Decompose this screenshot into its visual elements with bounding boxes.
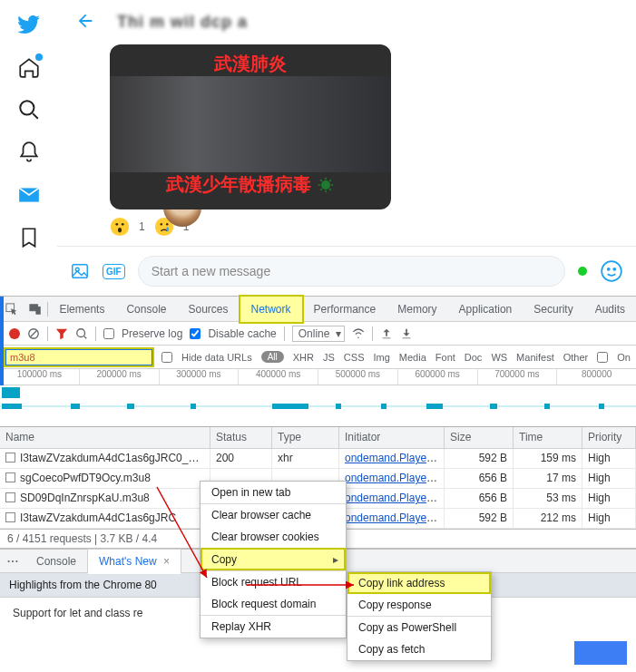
col-initiator[interactable]: Initiator [339,427,445,448]
ctx-replay-xhr[interactable]: Replay XHR [201,615,346,638]
only-checkbox[interactable] [597,352,608,363]
col-name[interactable]: Name [0,427,210,448]
ctx-open-new-tab[interactable]: Open in new tab [201,482,346,503]
tab-audits[interactable]: Audits [584,297,636,322]
ruler-tick: 600000 ms [397,369,477,385]
tab-application[interactable]: Application [448,297,523,322]
ctx-copy-link-address[interactable]: Copy link address [347,572,491,594]
col-type[interactable]: Type [272,427,339,448]
tab-memory[interactable]: Memory [386,297,447,322]
network-grid-header: Name Status Type Initiator Size Time Pri… [0,427,636,449]
filter-doc[interactable]: Doc [465,352,483,363]
filter-css[interactable]: CSS [344,352,365,363]
filter-ws[interactable]: WS [491,352,507,363]
svg-rect-17 [36,307,40,314]
filter-manifest[interactable]: Manifest [516,352,554,363]
disable-cache-label: Disable cache [208,327,276,340]
svg-point-0 [20,101,34,114]
presence-indicator [578,267,587,276]
clear-icon[interactable] [27,327,40,340]
gif-icon[interactable]: GIF [103,264,125,279]
ctx-clear-cookies[interactable]: Clear browser cookies [201,526,346,548]
svg-point-1 [321,180,330,190]
ruler-tick: 500000 ms [318,369,397,385]
tab-sources[interactable]: Sources [177,297,239,322]
filter-row: Hide data URLs All XHR JS CSS Img Media … [0,346,636,369]
tab-security[interactable]: Security [523,297,583,322]
conversation-header: Thi m wil dcp a [57,11,636,44]
close-icon[interactable]: × [163,555,170,568]
timeline-overview[interactable] [0,385,636,427]
drawer-tab-console[interactable]: Console [25,550,87,573]
filter-all[interactable]: All [261,351,284,363]
context-submenu: Copy link address Copy response Copy as … [347,571,492,661]
tab-elements[interactable]: Elements [48,297,115,322]
ctx-copy[interactable]: Copy [201,548,346,570]
image-icon[interactable] [70,261,90,281]
filter-js[interactable]: JS [323,352,335,363]
ruler-tick: 200000 ms [79,369,159,385]
video-caption-top: 武漢肺炎 [214,52,287,76]
emoji-picker-icon[interactable] [600,259,623,283]
disable-cache-checkbox[interactable] [190,328,201,339]
col-time[interactable]: Time [514,427,582,448]
ctx-copy-powershell[interactable]: Copy as PowerShell [347,616,491,638]
svg-point-22 [15,560,17,561]
ruler-tick: 400000 ms [238,369,318,385]
record-button[interactable] [9,328,20,339]
col-status[interactable]: Status [210,427,272,448]
drawer-tab-whatsnew[interactable]: What's New × [87,549,181,574]
svg-point-7 [160,223,161,225]
bell-icon[interactable] [17,141,41,167]
search-icon[interactable] [17,98,41,124]
home-icon[interactable] [17,55,41,82]
tab-console[interactable]: Console [115,297,177,322]
timeline-ruler[interactable]: 100000 ms 200000 ms 300000 ms 400000 ms … [0,369,636,385]
filter-icon[interactable] [55,327,68,340]
twitter-sidebar [0,0,57,296]
wifi-icon[interactable] [352,327,365,340]
ctx-copy-fetch[interactable]: Copy as fetch [347,638,491,660]
drawer-menu-icon[interactable] [0,555,25,568]
tab-performance[interactable]: Performance [303,297,387,322]
svg-point-12 [602,261,621,281]
drawer-action-button[interactable] [574,641,627,665]
download-icon[interactable] [400,327,413,340]
conversation-title: Thi m wil dcp a [117,13,248,32]
filter-media[interactable]: Media [399,352,426,363]
only-label: On [617,352,631,363]
filter-xhr[interactable]: XHR [293,352,314,363]
bookmark-icon[interactable] [17,226,41,252]
ruler-tick: 300000 ms [159,369,239,385]
svg-rect-10 [73,265,88,278]
filter-font[interactable]: Font [435,352,455,363]
network-request-row[interactable]: I3tawZVzakdumA4dC1as6gJRC0_m0n200xhronde… [0,449,636,469]
compose-input[interactable]: Start a new message [138,256,565,287]
messages-icon[interactable] [17,183,41,209]
throttling-dropdown[interactable]: Online [292,326,346,342]
search-icon[interactable] [75,327,88,340]
device-toggle-icon[interactable] [24,303,47,316]
surprised-emoji-icon[interactable] [110,217,130,237]
upload-icon[interactable] [380,327,393,340]
video-caption-bottom: 武漢少年散播病毒 [166,172,335,197]
twitter-logo-icon[interactable] [17,13,41,39]
svg-point-14 [613,268,615,270]
tab-network[interactable]: Network [240,296,303,323]
ctx-copy-response[interactable]: Copy response [347,594,491,616]
network-toolbar: Preserve log Disable cache Online [0,322,636,346]
col-size[interactable]: Size [445,427,514,448]
ctx-clear-cache[interactable]: Clear browser cache [201,503,346,526]
preserve-log-checkbox[interactable] [103,328,114,339]
ruler-tick: 800000 [556,369,636,385]
back-arrow-icon[interactable] [75,11,95,34]
ctx-block-domain[interactable]: Block request domain [201,593,346,615]
col-priority[interactable]: Priority [582,427,636,448]
filter-other[interactable]: Other [563,352,589,363]
filter-input[interactable] [5,349,152,365]
ctx-block-url[interactable]: Block request URL [201,570,346,593]
svg-point-2 [111,218,129,236]
hide-urls-checkbox[interactable] [161,352,172,363]
filter-img[interactable]: Img [373,352,389,363]
video-preview[interactable]: 武漢肺炎 武漢少年散播病毒 [110,44,391,209]
